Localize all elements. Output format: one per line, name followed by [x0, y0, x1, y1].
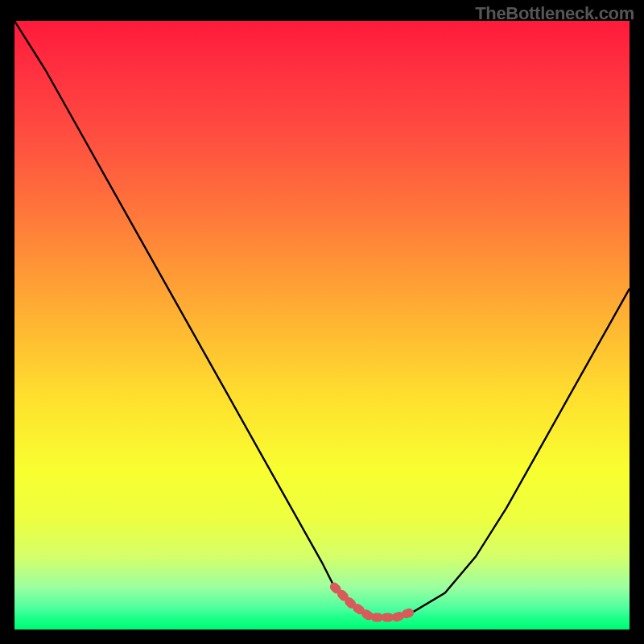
- highlight-segment: [334, 587, 414, 617]
- bottleneck-curve: [14, 21, 630, 617]
- watermark-text: TheBottleneck.com: [475, 3, 634, 24]
- chart-svg: [14, 21, 630, 630]
- chart-frame: [14, 21, 630, 630]
